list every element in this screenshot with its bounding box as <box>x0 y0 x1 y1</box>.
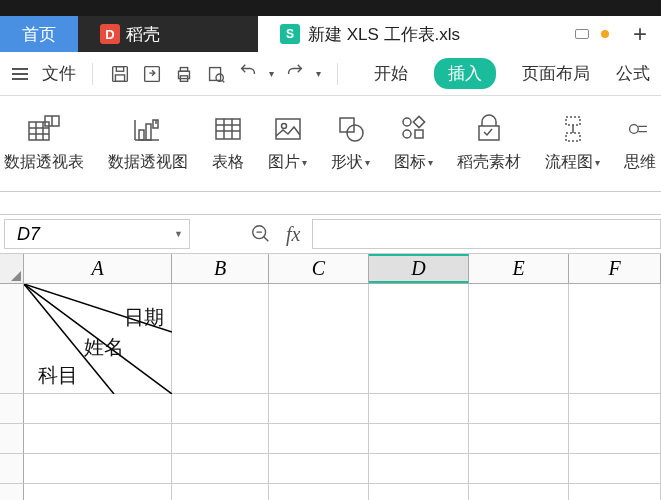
column-header-c[interactable]: C <box>269 254 369 283</box>
pivot-chart-button[interactable]: 数据透视图 <box>108 114 188 173</box>
svg-point-18 <box>347 125 363 141</box>
svg-rect-12 <box>146 124 151 140</box>
pivot-table-button[interactable]: 数据透视表 <box>4 114 84 173</box>
flowchart-label: 流程图 <box>545 152 593 173</box>
save-as-icon[interactable] <box>141 63 163 85</box>
tab-docer[interactable]: D 稻壳 <box>78 16 258 52</box>
cell[interactable] <box>369 454 469 483</box>
print-preview-icon[interactable] <box>205 63 227 85</box>
svg-rect-5 <box>180 67 187 71</box>
unsaved-dot-icon <box>601 30 609 38</box>
icon-button[interactable]: 图标▾ <box>394 114 433 173</box>
cell[interactable] <box>369 284 469 393</box>
icon-label: 图标 <box>394 152 426 173</box>
cell[interactable] <box>269 394 369 423</box>
tab-active-label: 新建 XLS 工作表.xls <box>308 23 460 46</box>
mindmap-button[interactable]: 思维 <box>624 114 656 173</box>
file-menu[interactable]: 文件 <box>42 62 76 85</box>
cell[interactable] <box>469 394 569 423</box>
cell[interactable] <box>172 484 269 500</box>
svg-rect-24 <box>566 133 580 141</box>
fx-icon[interactable]: fx <box>286 223 300 246</box>
menu-insert[interactable]: 插入 <box>434 58 496 89</box>
cell[interactable] <box>172 394 269 423</box>
save-icon[interactable] <box>109 63 131 85</box>
cell[interactable] <box>24 424 172 453</box>
chevron-down-icon: ▾ <box>428 157 433 168</box>
print-icon[interactable] <box>173 63 195 85</box>
cell[interactable] <box>469 484 569 500</box>
shape-button[interactable]: 形状▾ <box>331 114 370 173</box>
cell[interactable] <box>569 284 661 393</box>
cell[interactable] <box>469 454 569 483</box>
column-header-b[interactable]: B <box>172 254 269 283</box>
cell[interactable] <box>24 484 172 500</box>
menu-icon[interactable] <box>8 64 32 84</box>
zoom-out-icon[interactable] <box>250 223 272 245</box>
column-header-e[interactable]: E <box>469 254 569 283</box>
docer-icon: D <box>100 24 120 44</box>
menu-start[interactable]: 开始 <box>374 62 408 85</box>
flowchart-button[interactable]: 流程图▾ <box>545 114 600 173</box>
picture-label: 图片 <box>268 152 300 173</box>
cell[interactable] <box>369 424 469 453</box>
cell[interactable] <box>269 454 369 483</box>
menu-layout[interactable]: 页面布局 <box>522 62 590 85</box>
window-icon[interactable] <box>575 29 589 39</box>
name-box[interactable]: D7 ▼ <box>4 219 190 249</box>
cell[interactable] <box>172 454 269 483</box>
mindmap-label: 思维 <box>624 152 656 173</box>
column-header-d[interactable]: D <box>369 254 469 283</box>
svg-point-21 <box>403 130 411 138</box>
cell[interactable] <box>569 424 661 453</box>
svg-rect-20 <box>413 116 424 127</box>
row-header[interactable] <box>0 454 24 484</box>
column-header-f[interactable]: F <box>569 254 661 283</box>
row-header[interactable] <box>0 394 24 424</box>
chevron-down-icon[interactable]: ▼ <box>174 229 183 239</box>
cell[interactable] <box>469 424 569 453</box>
cell[interactable] <box>369 394 469 423</box>
xls-icon: S <box>280 24 300 44</box>
tab-bar: 首页 D 稻壳 S 新建 XLS 工作表.xls + <box>0 16 661 52</box>
formula-input[interactable] <box>312 219 661 249</box>
docer-material-button[interactable]: 稻壳素材 <box>457 114 521 173</box>
svg-rect-11 <box>139 130 144 140</box>
diagonal-label-date: 日期 <box>124 304 164 331</box>
new-tab-button[interactable]: + <box>619 16 661 52</box>
svg-rect-23 <box>566 117 580 125</box>
cell[interactable] <box>269 424 369 453</box>
row-header[interactable] <box>0 484 24 500</box>
svg-rect-2 <box>115 74 124 80</box>
cell[interactable] <box>24 394 172 423</box>
cell[interactable] <box>469 284 569 393</box>
menu-formula[interactable]: 公式 <box>616 62 650 85</box>
redo-dropdown-icon[interactable]: ▾ <box>316 68 321 79</box>
cell[interactable] <box>24 454 172 483</box>
row-header[interactable] <box>0 284 24 394</box>
cell[interactable] <box>172 424 269 453</box>
shape-label: 形状 <box>331 152 363 173</box>
undo-dropdown-icon[interactable]: ▾ <box>269 68 274 79</box>
ribbon: 数据透视表 数据透视图 表格 图片▾ 形状▾ 图标▾ 稻壳素材 流程图▾ 思维 <box>0 96 661 192</box>
cell[interactable] <box>369 484 469 500</box>
table-label: 表格 <box>212 152 244 173</box>
cell[interactable] <box>269 484 369 500</box>
diagonal-label-name: 姓名 <box>84 334 124 361</box>
tab-active[interactable]: S 新建 XLS 工作表.xls <box>258 16 619 52</box>
cell[interactable] <box>569 454 661 483</box>
cell[interactable] <box>569 484 661 500</box>
cell[interactable] <box>569 394 661 423</box>
cell[interactable] <box>172 284 269 393</box>
row-header[interactable] <box>0 424 24 454</box>
picture-button[interactable]: 图片▾ <box>268 114 307 173</box>
column-header-a[interactable]: A <box>24 254 172 283</box>
chevron-down-icon: ▾ <box>365 157 370 168</box>
cell[interactable] <box>269 284 369 393</box>
chevron-down-icon: ▾ <box>302 157 307 168</box>
tab-home[interactable]: 首页 <box>0 16 78 52</box>
undo-icon[interactable] <box>237 63 259 85</box>
table-button[interactable]: 表格 <box>212 114 244 173</box>
select-all-corner[interactable] <box>0 254 24 283</box>
redo-icon[interactable] <box>284 63 306 85</box>
